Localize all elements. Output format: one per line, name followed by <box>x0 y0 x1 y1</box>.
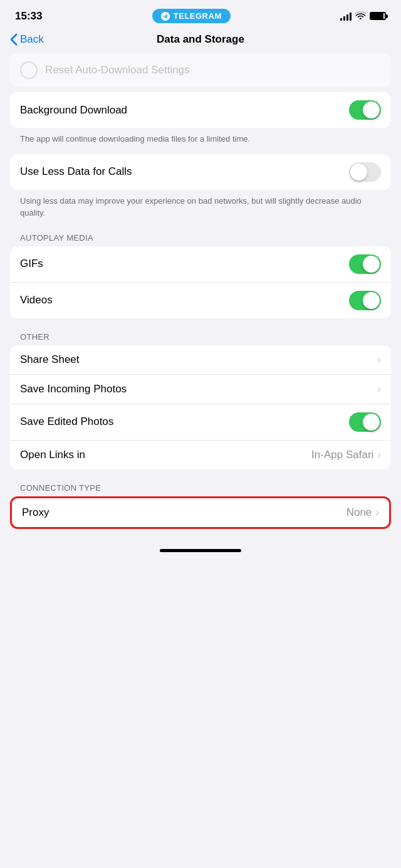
autoplay-section: AUTOPLAY MEDIA GIFs Videos <box>0 233 401 318</box>
videos-toggle[interactable] <box>349 291 381 310</box>
reset-auto-download-row[interactable]: Reset Auto-Download Settings <box>10 53 391 87</box>
share-sheet-chevron-icon: › <box>377 353 381 366</box>
connection-section-label: CONNECTION TYPE <box>0 483 401 496</box>
gifs-row[interactable]: GIFs <box>10 246 391 283</box>
back-button[interactable]: Back <box>10 33 44 46</box>
status-bar: 15:33 TELEGRAM <box>0 0 401 28</box>
signal-icon <box>340 12 352 21</box>
use-less-data-card: Use Less Data for Calls <box>10 154 391 190</box>
telegram-pill: TELEGRAM <box>152 9 231 23</box>
other-card: Share Sheet › Save Incoming Photos › Sav… <box>10 345 391 469</box>
proxy-row[interactable]: Proxy None › <box>12 498 389 527</box>
telegram-label: TELEGRAM <box>174 11 222 21</box>
nav-bar: Back Data and Storage <box>0 28 401 53</box>
use-less-data-toggle[interactable] <box>349 162 381 182</box>
save-incoming-chevron-icon: › <box>377 383 381 395</box>
open-links-chevron-icon: › <box>377 449 381 461</box>
use-less-data-section: Use Less Data for Calls Using less data … <box>0 154 401 219</box>
proxy-chevron-icon: › <box>375 506 379 519</box>
open-links-row[interactable]: Open Links in In-App Safari › <box>10 441 391 469</box>
status-indicators <box>340 11 386 21</box>
share-sheet-row[interactable]: Share Sheet › <box>10 345 391 375</box>
status-time: 15:33 <box>15 10 42 23</box>
gifs-toggle[interactable] <box>349 254 381 274</box>
battery-icon <box>370 12 386 20</box>
open-links-label: Open Links in <box>20 449 85 461</box>
use-less-data-note: Using less data may improve your experie… <box>0 190 401 219</box>
background-download-card: Background Download <box>10 92 391 128</box>
save-incoming-photos-row[interactable]: Save Incoming Photos › <box>10 375 391 404</box>
use-less-data-row[interactable]: Use Less Data for Calls <box>10 154 391 190</box>
background-download-toggle[interactable] <box>349 100 381 120</box>
videos-row[interactable]: Videos <box>10 283 391 318</box>
save-edited-photos-label: Save Edited Photos <box>20 416 113 428</box>
background-download-row[interactable]: Background Download <box>10 92 391 128</box>
reset-label: Reset Auto-Download Settings <box>45 64 190 76</box>
page-title: Data and Storage <box>157 33 244 46</box>
home-indicator <box>0 541 401 557</box>
home-bar <box>160 549 241 552</box>
telegram-icon <box>161 12 170 21</box>
background-download-section: Background Download The app will continu… <box>0 92 401 145</box>
back-chevron-icon <box>10 33 18 46</box>
gifs-label: GIFs <box>20 258 43 270</box>
autoplay-section-label: AUTOPLAY MEDIA <box>0 233 401 246</box>
other-section-label: OTHER <box>0 332 401 345</box>
reset-circle-icon <box>20 61 38 79</box>
connection-section: CONNECTION TYPE Proxy None › <box>0 483 401 529</box>
open-links-right: In-App Safari › <box>311 449 381 461</box>
background-download-note: The app will continue downloading media … <box>0 128 401 145</box>
proxy-label: Proxy <box>22 506 49 519</box>
save-incoming-photos-label: Save Incoming Photos <box>20 383 127 395</box>
save-edited-photos-row[interactable]: Save Edited Photos <box>10 404 391 441</box>
wifi-icon <box>355 11 366 21</box>
other-section: OTHER Share Sheet › Save Incoming Photos… <box>0 332 401 469</box>
save-incoming-photos-right: › <box>377 383 381 395</box>
background-download-label: Background Download <box>20 104 127 117</box>
autoplay-card: GIFs Videos <box>10 246 391 318</box>
share-sheet-label: Share Sheet <box>20 353 80 366</box>
share-sheet-right: › <box>377 353 381 366</box>
save-edited-photos-toggle[interactable] <box>349 412 381 432</box>
use-less-data-label: Use Less Data for Calls <box>20 165 132 178</box>
proxy-card: Proxy None › <box>10 496 391 529</box>
proxy-value: None <box>346 506 372 519</box>
back-label: Back <box>20 33 44 46</box>
videos-label: Videos <box>20 294 53 306</box>
proxy-right: None › <box>346 506 379 519</box>
open-links-value: In-App Safari <box>311 449 373 461</box>
